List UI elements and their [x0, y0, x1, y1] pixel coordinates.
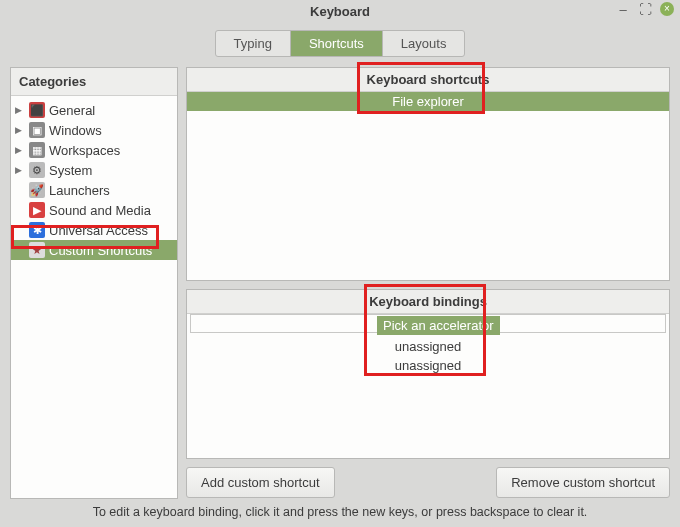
binding-value: unassigned	[395, 339, 462, 354]
tab-typing[interactable]: Typing	[216, 31, 291, 56]
minimize-button[interactable]: –	[616, 2, 630, 16]
spacer	[343, 467, 489, 498]
shortcut-row-selected[interactable]: File explorer	[187, 92, 669, 111]
accessibility-icon: ✱	[29, 222, 45, 238]
categories-list: ▶ ⬛ General ▶ ▣ Windows ▶ ▦ Workspaces ▶…	[11, 96, 177, 264]
binding-row[interactable]: Pick an accelerator	[187, 314, 669, 337]
chevron-right-icon: ▶	[15, 105, 25, 115]
sound-icon: ▶	[29, 202, 45, 218]
shortcuts-header: Keyboard shortcuts	[187, 68, 669, 92]
category-label: General	[49, 103, 95, 118]
right-column: Keyboard shortcuts File explorer Keyboar…	[186, 67, 670, 499]
button-row: Add custom shortcut Remove custom shortc…	[186, 467, 670, 498]
chevron-right-icon: ▶	[15, 125, 25, 135]
chevron-right-icon: ▶	[15, 145, 25, 155]
category-general[interactable]: ▶ ⬛ General	[11, 100, 177, 120]
category-universal[interactable]: ▶ ✱ Universal Access	[11, 220, 177, 240]
main-area: Categories ▶ ⬛ General ▶ ▣ Windows ▶ ▦ W…	[0, 67, 680, 499]
category-label: Windows	[49, 123, 102, 138]
binding-value: unassigned	[395, 358, 462, 373]
category-label: System	[49, 163, 92, 178]
launchers-icon: 🚀	[29, 182, 45, 198]
category-label: Workspaces	[49, 143, 120, 158]
titlebar: Keyboard – ⛶ ×	[0, 0, 680, 22]
bindings-body: Pick an accelerator unassigned unassigne…	[187, 314, 669, 375]
window-title: Keyboard	[310, 4, 370, 19]
windows-icon: ▣	[29, 122, 45, 138]
maximize-button[interactable]: ⛶	[638, 2, 652, 16]
category-label: Sound and Media	[49, 203, 151, 218]
add-shortcut-button[interactable]: Add custom shortcut	[186, 467, 335, 498]
category-label: Custom Shortcuts	[49, 243, 152, 258]
system-icon: ⚙	[29, 162, 45, 178]
tab-row: Typing Shortcuts Layouts	[0, 22, 680, 67]
binding-pick-accelerator[interactable]: Pick an accelerator	[377, 316, 500, 335]
bindings-header: Keyboard bindings	[187, 290, 669, 314]
tab-shortcuts[interactable]: Shortcuts	[291, 31, 383, 56]
category-sound[interactable]: ▶ ▶ Sound and Media	[11, 200, 177, 220]
general-icon: ⬛	[29, 102, 45, 118]
custom-icon: ★	[29, 242, 45, 258]
remove-shortcut-button[interactable]: Remove custom shortcut	[496, 467, 670, 498]
categories-panel: Categories ▶ ⬛ General ▶ ▣ Windows ▶ ▦ W…	[10, 67, 178, 499]
category-system[interactable]: ▶ ⚙ System	[11, 160, 177, 180]
window-controls: – ⛶ ×	[616, 2, 674, 16]
category-windows[interactable]: ▶ ▣ Windows	[11, 120, 177, 140]
shortcuts-panel: Keyboard shortcuts File explorer	[186, 67, 670, 281]
category-launchers[interactable]: ▶ 🚀 Launchers	[11, 180, 177, 200]
workspaces-icon: ▦	[29, 142, 45, 158]
binding-row[interactable]: unassigned	[187, 337, 669, 356]
bindings-panel: Keyboard bindings Pick an accelerator un…	[186, 289, 670, 459]
category-label: Universal Access	[49, 223, 148, 238]
category-label: Launchers	[49, 183, 110, 198]
close-button[interactable]: ×	[660, 2, 674, 16]
footer-hint: To edit a keyboard binding, click it and…	[0, 499, 680, 525]
category-custom[interactable]: ▶ ★ Custom Shortcuts	[11, 240, 177, 260]
chevron-right-icon: ▶	[15, 165, 25, 175]
tab-layouts[interactable]: Layouts	[383, 31, 465, 56]
binding-row[interactable]: unassigned	[187, 356, 669, 375]
tab-group: Typing Shortcuts Layouts	[215, 30, 466, 57]
category-workspaces[interactable]: ▶ ▦ Workspaces	[11, 140, 177, 160]
categories-header: Categories	[11, 68, 177, 96]
